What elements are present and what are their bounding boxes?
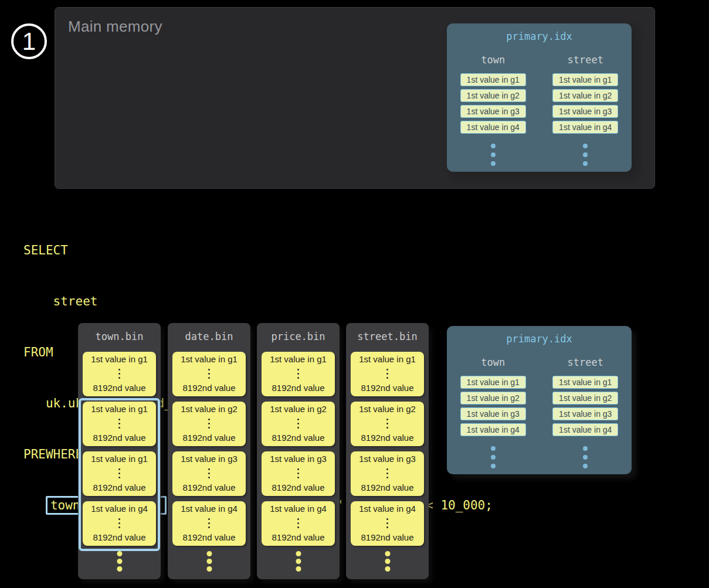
sql-indent bbox=[23, 498, 46, 512]
dot bbox=[208, 377, 210, 379]
dot bbox=[297, 427, 299, 429]
dot bbox=[386, 427, 388, 429]
ellipsis-dots bbox=[297, 518, 299, 528]
dot bbox=[118, 468, 120, 470]
ellipsis-dots bbox=[583, 446, 588, 468]
dot bbox=[208, 526, 210, 528]
dot bbox=[385, 559, 390, 564]
bin-title: price.bin bbox=[257, 331, 340, 342]
ellipsis-dots bbox=[296, 551, 301, 572]
ellipsis-dots bbox=[297, 419, 299, 429]
dot bbox=[118, 369, 120, 371]
bin-panel-price: price.bin 1st value in g1 8192nd value 1… bbox=[257, 323, 340, 579]
dot bbox=[297, 477, 299, 478]
index-entry: 1st value in g4 bbox=[552, 423, 618, 436]
dot bbox=[117, 566, 122, 572]
dot bbox=[208, 373, 210, 375]
ellipsis-dots bbox=[206, 551, 212, 572]
dot bbox=[386, 468, 388, 470]
dot bbox=[118, 427, 120, 429]
granule-last-value: 8192nd value bbox=[361, 383, 413, 393]
index-entry: 1st value in g1 bbox=[552, 376, 618, 389]
index-column-town: town 1st value in g1 1st value in g2 1st… bbox=[447, 54, 540, 166]
index-entry: 1st value in g2 bbox=[552, 89, 618, 102]
dot bbox=[583, 161, 588, 166]
granule-last-value: 8192nd value bbox=[93, 383, 145, 393]
primary-idx-title: primary.idx bbox=[447, 30, 632, 42]
ellipsis-dots bbox=[386, 419, 388, 429]
index-entry: 1st value in g3 bbox=[552, 105, 618, 118]
dot bbox=[386, 518, 388, 520]
index-column-town: town 1st value in g1 1st value in g2 1st… bbox=[447, 356, 540, 468]
dot bbox=[118, 419, 120, 420]
sql-line: street bbox=[23, 293, 493, 310]
dot bbox=[297, 369, 299, 371]
granule-blocks: 1st value in g1 8192nd value 1st value i… bbox=[78, 352, 161, 546]
index-entry: 1st value in g2 bbox=[460, 392, 526, 405]
ellipsis-dots bbox=[491, 144, 496, 166]
granule-first-value: 1st value in g1 bbox=[270, 354, 327, 364]
granule-first-value: 1st value in g2 bbox=[359, 404, 416, 414]
dot bbox=[297, 468, 299, 470]
dot bbox=[297, 377, 299, 379]
dot bbox=[583, 144, 588, 148]
dot bbox=[297, 526, 299, 528]
granule-last-value: 8192nd value bbox=[361, 532, 413, 542]
dot bbox=[118, 477, 120, 478]
ellipsis-dots bbox=[118, 468, 120, 478]
index-column-street: street 1st value in g1 1st value in g2 1… bbox=[540, 356, 632, 468]
granule-block: 1st value in g4 8192nd value bbox=[172, 501, 246, 546]
bin-panel-street: street.bin 1st value in g1 8192nd value … bbox=[346, 323, 429, 579]
granule-block: 1st value in g4 8192nd value bbox=[351, 501, 424, 546]
index-entry: 1st value in g4 bbox=[460, 423, 526, 436]
granule-first-value: 1st value in g3 bbox=[359, 454, 416, 464]
index-entry: 1st value in g4 bbox=[552, 121, 618, 134]
dot bbox=[118, 518, 120, 520]
ellipsis-dots bbox=[208, 518, 210, 528]
index-entry: 1st value in g4 bbox=[460, 121, 526, 134]
dot bbox=[208, 522, 210, 524]
dot bbox=[386, 369, 388, 371]
step-1-label: 1 bbox=[22, 29, 36, 54]
column-header-town: town bbox=[481, 54, 505, 66]
index-entry: 1st value in g3 bbox=[460, 105, 526, 118]
dot bbox=[386, 473, 388, 474]
dot bbox=[386, 377, 388, 379]
dot bbox=[386, 373, 388, 375]
granule-block: 1st value in g3 8192nd value bbox=[262, 451, 335, 496]
column-header-town: town bbox=[481, 356, 505, 368]
dot bbox=[491, 464, 496, 468]
ellipsis-dots bbox=[117, 551, 122, 572]
granule-first-value: 1st value in g3 bbox=[270, 454, 327, 464]
dot bbox=[385, 551, 390, 556]
dot bbox=[491, 152, 496, 157]
dot bbox=[118, 522, 120, 524]
dot bbox=[208, 419, 210, 420]
dot bbox=[118, 526, 120, 528]
index-entry: 1st value in g1 bbox=[552, 73, 618, 86]
dot bbox=[297, 518, 299, 520]
bin-panel-town: town.bin 1st value in g1 8192nd value 1s… bbox=[78, 323, 161, 579]
dot bbox=[386, 419, 388, 420]
ellipsis-dots bbox=[385, 551, 390, 572]
primary-idx-panel-memory: primary.idx town 1st value in g1 1st val… bbox=[447, 23, 632, 172]
ellipsis-dots bbox=[386, 369, 388, 379]
granule-first-value: 1st value in g2 bbox=[270, 404, 327, 414]
primary-idx-title: primary.idx bbox=[447, 333, 632, 345]
bin-title: street.bin bbox=[346, 331, 429, 342]
granule-block: 1st value in g1 8192nd value bbox=[83, 352, 156, 396]
dot bbox=[386, 526, 388, 528]
granule-blocks: 1st value in g1 8192nd value 1st value i… bbox=[168, 352, 250, 546]
dot bbox=[386, 522, 388, 524]
granule-block: 1st value in g4 8192nd value bbox=[262, 501, 335, 546]
dot bbox=[386, 423, 388, 424]
dot bbox=[206, 559, 212, 564]
granule-first-value: 1st value in g1 bbox=[91, 354, 148, 364]
ellipsis-dots bbox=[386, 518, 388, 528]
index-entry: 1st value in g1 bbox=[460, 73, 526, 86]
granule-first-value: 1st value in g3 bbox=[181, 454, 238, 464]
dot bbox=[208, 473, 210, 474]
dot bbox=[491, 455, 496, 460]
granule-first-value: 1st value in g1 bbox=[91, 404, 148, 414]
dot bbox=[208, 468, 210, 470]
